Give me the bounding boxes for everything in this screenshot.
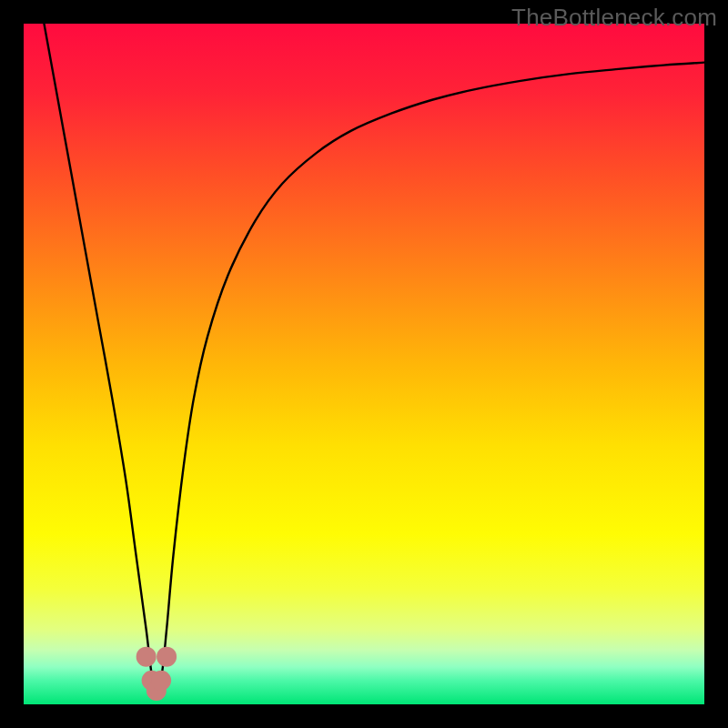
chart-frame: TheBottleneck.com <box>0 0 728 728</box>
bottleneck-chart-svg <box>24 24 704 704</box>
minimum-marker <box>151 671 171 691</box>
minimum-marker <box>157 647 177 667</box>
watermark-text: TheBottleneck.com <box>511 4 717 32</box>
plot-area <box>24 24 704 704</box>
minimum-marker <box>136 647 157 667</box>
